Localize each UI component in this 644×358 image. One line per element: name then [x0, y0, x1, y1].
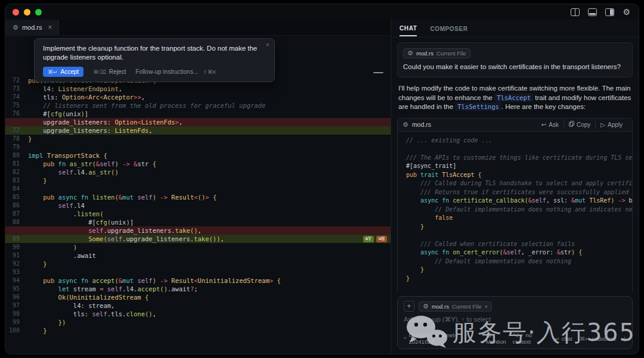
code-line: } — [406, 266, 632, 275]
code-line[interactable]: 76 #[cfg(unix)] — [5, 110, 391, 118]
code-line[interactable]: 89 Some(self.upgrade_listeners.take()),⌘… — [5, 235, 391, 243]
zoom-window-icon[interactable] — [35, 9, 42, 15]
code-line[interactable]: 88 #[cfg(unix)] — [5, 218, 391, 226]
rust-file-icon: ⚙ — [407, 50, 413, 57]
code-line[interactable]: 73 l4: ListenerEndpoint, — [5, 85, 391, 93]
chat-input-box[interactable]: + ⚙ mod.rs Current File × Ask followup (… — [397, 296, 633, 349]
code-line[interactable]: 83 } — [5, 176, 391, 185]
line-number: 96 — [5, 293, 28, 301]
minimize-window-icon[interactable] — [24, 9, 30, 15]
rust-file-icon: ⚙ — [423, 303, 429, 310]
sidebar-right-icon[interactable] — [605, 8, 614, 16]
code-line[interactable]: 97 l4: stream, — [5, 301, 391, 310]
settings-gear-icon[interactable]: ⚙ — [623, 8, 630, 16]
reject-hunk-badge[interactable]: ⌘N — [376, 236, 387, 242]
code-line[interactable]: 98 tls: self.tls.clone(), — [5, 310, 391, 318]
chat-messages[interactable]: ⚙ mod.rs Current File Could you make it … — [391, 38, 639, 291]
mention-button[interactable]: @ Mention — [486, 332, 513, 345]
apply-button[interactable]: ▷Apply — [595, 122, 627, 128]
reject-shortcut: ⌘⌫ — [93, 69, 106, 75]
code-block-body[interactable]: // ... existing code ... /// The APIs to… — [398, 132, 632, 292]
code-line[interactable]: 94 pub async fn accept(&mut self) -> Res… — [5, 276, 391, 285]
send-hint-no-context[interactable]: ⌥↵no context — [513, 332, 548, 345]
ask-icon: ↩ — [541, 122, 546, 128]
chip-close-icon[interactable]: × — [485, 303, 488, 310]
copy-button[interactable]: Copy — [564, 121, 595, 128]
inline-code: TlsAccept — [494, 94, 533, 102]
ask-button[interactable]: ↩Ask — [537, 122, 564, 128]
copy-icon — [569, 121, 574, 128]
chevron-icon[interactable]: ^ — [624, 335, 626, 342]
followup-instructions-button[interactable]: Follow-up instructions... ⇧⌘K — [135, 69, 216, 75]
code-line[interactable]: 86 self.l4 — [5, 201, 391, 210]
code-line[interactable]: 85 pub async fn listen(&mut self) -> Res… — [5, 193, 391, 201]
chat-pane: CHAT COMPOSER ⚙ mod.rs Current File Coul… — [391, 20, 639, 354]
line-number: 93 — [5, 268, 28, 276]
code-line[interactable]: 82 self.l4.as_str() — [5, 168, 391, 176]
code-line[interactable]: 93 — [5, 268, 391, 276]
chip-label: Current File — [436, 50, 466, 57]
code-line: } — [406, 223, 632, 232]
send-hint-chat[interactable]: ↵chat — [555, 335, 572, 342]
code-line[interactable]: upgrade_listeners: Option<ListenFds>, — [5, 118, 391, 126]
line-number: 78 — [5, 135, 28, 143]
code-line[interactable]: 90 ) — [5, 243, 391, 251]
chat-input-placeholder[interactable]: Ask followup (⌘Y), ↑ to select — [404, 316, 626, 323]
line-number: 90 — [5, 243, 28, 251]
code-line: async fn on_cert_error(&self, _error: &s… — [406, 248, 632, 257]
code-line[interactable]: 75 // listeners sent from the old proces… — [5, 101, 391, 110]
code-lines: 72pub(crate) struct TransportStack {73 l… — [5, 76, 391, 335]
line-number: 100 — [5, 326, 28, 335]
editor-pane: ⚙ mod.rs × × Implement the cleanup funct… — [5, 20, 391, 354]
code-line[interactable]: 100 } — [5, 326, 391, 335]
accept-hunk-badge[interactable]: ⌘Y — [363, 236, 374, 242]
code-line[interactable]: 87 .listen( — [5, 210, 391, 218]
rust-file-icon: ⚙ — [13, 24, 18, 31]
context-chip[interactable]: ⚙ mod.rs Current File — [403, 48, 470, 58]
code-line[interactable]: 79 — [5, 143, 391, 151]
code-line[interactable]: 74 tls: Option<Arc<Acceptor>>, — [5, 93, 391, 101]
code-line — [406, 283, 632, 291]
close-window-icon[interactable] — [13, 9, 19, 15]
code-line: // Default implementation does nothing — [406, 257, 632, 266]
tab-mod-rs[interactable]: ⚙ mod.rs × — [5, 20, 59, 35]
tab-chat[interactable]: CHAT — [400, 20, 417, 36]
input-context-chip[interactable]: ⚙ mod.rs Current File × — [419, 301, 492, 312]
code-line[interactable]: 78} — [5, 135, 391, 143]
tab-composer[interactable]: COMPOSER — [430, 21, 467, 36]
code-line — [406, 231, 632, 240]
dialog-close-icon[interactable]: × — [266, 41, 270, 48]
accept-button[interactable]: ⌘↵ Accept — [43, 67, 83, 77]
code-line[interactable]: 84 — [5, 185, 391, 193]
code-line[interactable]: 91 .await — [5, 251, 391, 260]
line-number: 84 — [5, 185, 28, 193]
code-editor[interactable]: × Implement the cleanup function for the… — [5, 36, 391, 354]
tab-close-icon[interactable]: × — [48, 23, 52, 32]
code-line[interactable]: 80impl TransportStack { — [5, 151, 391, 160]
code-line: pub trait TlsAccept { — [406, 171, 632, 180]
line-number: 89 — [5, 235, 28, 243]
send-hint-codebase[interactable]: ⌘↵codebase — [580, 335, 617, 342]
line-number: 74 — [5, 93, 28, 101]
code-line[interactable]: 99 }) — [5, 318, 391, 326]
scrollbar-thumb[interactable] — [373, 72, 383, 73]
inline-ai-dialog: × Implement the cleanup function for the… — [34, 38, 275, 82]
code-line[interactable]: 96 Ok(UninitializedStream { — [5, 293, 391, 301]
code-line[interactable]: 92 } — [5, 260, 391, 268]
code-line[interactable]: self.upgrade_listeners.take(), — [5, 226, 391, 235]
line-number: 77 — [5, 126, 28, 135]
code-line[interactable]: 81 pub fn as_str(&self) -> &str { — [5, 160, 391, 168]
reject-button[interactable]: ⌘⌫ Reject — [93, 69, 126, 75]
panel-bottom-icon[interactable] — [588, 8, 597, 16]
add-context-button[interactable]: + — [404, 301, 414, 312]
code-line[interactable]: 95 let stream = self.l4.accept().await?; — [5, 285, 391, 293]
line-number: 98 — [5, 310, 28, 318]
split-columns-icon[interactable] — [571, 8, 580, 16]
line-number: 99 — [5, 318, 28, 326]
line-number: 88 — [5, 218, 28, 226]
model-selector[interactable]: ^ claude-3-5-sonnet-20241022 — [404, 332, 479, 345]
code-line[interactable]: 77 upgrade_listeners: ListenFds, — [5, 126, 391, 135]
line-number — [5, 118, 28, 126]
code-line: false — [406, 214, 632, 223]
code-line: /// The APIs to customize things like ce… — [406, 154, 632, 163]
